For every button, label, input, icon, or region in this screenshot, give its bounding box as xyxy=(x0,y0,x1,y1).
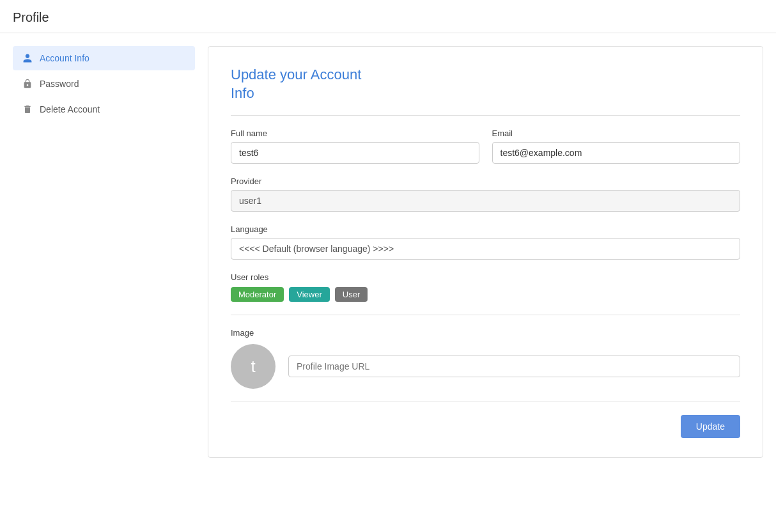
provider-input[interactable] xyxy=(231,190,740,212)
roles-badges: Moderator Viewer User xyxy=(231,287,740,302)
lock-icon xyxy=(22,78,33,90)
sidebar-item-account-info[interactable]: Account Info xyxy=(13,46,195,70)
language-row: Language <<<< Default (browser language)… xyxy=(231,224,740,260)
sidebar-item-delete-account-label: Delete Account xyxy=(40,104,100,114)
trash-icon xyxy=(22,104,33,115)
sidebar-item-delete-account[interactable]: Delete Account xyxy=(13,97,195,121)
sidebar-item-password-label: Password xyxy=(40,79,79,89)
language-select[interactable]: <<<< Default (browser language) >>>> xyxy=(231,238,740,260)
email-group: Email xyxy=(492,129,741,164)
sidebar-item-password[interactable]: Password xyxy=(13,72,195,96)
sidebar: Account Info Password Delete Account xyxy=(13,46,195,458)
person-icon xyxy=(22,52,33,64)
language-group: Language <<<< Default (browser language)… xyxy=(231,224,740,260)
full-name-group: Full name xyxy=(231,129,479,164)
image-label: Image xyxy=(231,328,740,338)
form-actions: Update xyxy=(231,415,740,438)
full-name-input[interactable] xyxy=(231,142,479,164)
image-url-input[interactable] xyxy=(288,356,740,377)
image-url-group xyxy=(288,356,740,377)
full-name-label: Full name xyxy=(231,129,479,138)
image-section: Image t xyxy=(231,328,740,389)
provider-row: Provider xyxy=(231,176,740,212)
main-content-panel: Update your Account Info Full name Email… xyxy=(208,46,763,458)
image-divider xyxy=(231,315,740,315)
name-email-row: Full name Email xyxy=(231,129,740,164)
provider-label: Provider xyxy=(231,176,740,186)
email-input[interactable] xyxy=(492,142,741,164)
role-badge-moderator: Moderator xyxy=(231,287,284,302)
provider-group: Provider xyxy=(231,176,740,212)
image-row: t xyxy=(231,344,740,389)
avatar: t xyxy=(231,344,275,389)
role-badge-user: User xyxy=(335,287,368,302)
actions-divider xyxy=(231,402,740,402)
role-badge-viewer: Viewer xyxy=(289,287,330,302)
page-title: Profile xyxy=(13,10,763,25)
user-roles-label: User roles xyxy=(231,272,740,282)
email-label: Email xyxy=(492,129,741,138)
update-button[interactable]: Update xyxy=(681,415,740,438)
section-title: Update your Account Info xyxy=(231,66,740,102)
user-roles-section: User roles Moderator Viewer User xyxy=(231,272,740,302)
sidebar-item-account-info-label: Account Info xyxy=(40,53,89,63)
title-divider xyxy=(231,115,740,116)
language-label: Language xyxy=(231,224,740,234)
